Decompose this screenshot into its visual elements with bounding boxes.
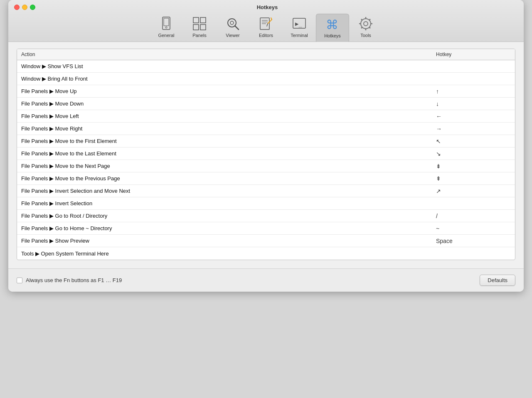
row-action: File Panels ▶ Move Down	[21, 101, 436, 107]
fn-checkbox[interactable]	[17, 278, 22, 283]
row-hotkey: ~	[436, 225, 498, 232]
table-row[interactable]: File Panels ▶ Move to the Previous Page …	[17, 172, 515, 185]
footer: Always use the Fn buttons as F1 … F19 De…	[8, 268, 524, 292]
titlebar: Hotkeys General	[8, 0, 524, 42]
row-action: File Panels ▶ Move to the Previous Page	[21, 175, 436, 182]
row-action: File Panels ▶ Move Up	[21, 88, 436, 94]
panels-icon	[192, 16, 207, 31]
row-hotkey: ↖	[436, 138, 498, 145]
toolbar-item-panels[interactable]: Panels	[183, 14, 216, 42]
row-action: Window ▶ Bring All to Front	[21, 76, 436, 82]
table-row[interactable]: File Panels ▶ Invert Selection	[17, 197, 515, 210]
row-hotkey: →	[436, 125, 498, 132]
toolbar-label-tools: Tools	[360, 33, 371, 38]
svg-rect-4	[200, 17, 206, 23]
row-action: File Panels ▶ Move Left	[21, 113, 436, 119]
row-action: File Panels ▶ Go to Home ~ Directory	[21, 225, 436, 231]
table-body: Window ▶ Show VFS List Window ▶ Bring Al…	[17, 60, 515, 260]
svg-point-21	[364, 22, 368, 26]
table-row[interactable]: File Panels ▶ Go to Root / Directory /	[17, 210, 515, 222]
svg-rect-1	[164, 18, 169, 26]
fn-checkbox-area: Always use the Fn buttons as F1 … F19	[17, 277, 122, 283]
table-row[interactable]: Window ▶ Show VFS List	[17, 60, 515, 73]
table-row[interactable]: File Panels ▶ Move Left ←	[17, 110, 515, 123]
toolbar: General Panels	[150, 14, 382, 42]
svg-line-26	[361, 19, 362, 20]
svg-line-29	[361, 27, 362, 29]
row-action: File Panels ▶ Invert Selection and Move …	[21, 188, 436, 194]
svg-rect-5	[193, 25, 199, 30]
content-area: Action Hotkey Window ▶ Show VFS List Win…	[8, 42, 524, 268]
row-action: Window ▶ Show VFS List	[21, 63, 436, 69]
row-action: File Panels ▶ Move to the Last Element	[21, 150, 436, 157]
tools-icon	[358, 16, 373, 31]
toolbar-label-general: General	[158, 33, 174, 38]
row-action: File Panels ▶ Move Right	[21, 125, 436, 132]
column-hotkey-header: Hotkey	[436, 52, 498, 57]
window-title: Hotkeys	[17, 4, 518, 10]
titlebar-top: Hotkeys	[14, 4, 518, 10]
svg-line-16	[267, 24, 268, 26]
table-row[interactable]: File Panels ▶ Move to the Last Element ↘	[17, 147, 515, 160]
general-icon	[159, 16, 174, 31]
toolbar-item-terminal[interactable]: ▶_ Terminal	[283, 14, 316, 42]
toolbar-item-viewer[interactable]: Viewer	[216, 14, 249, 42]
table-header: Action Hotkey	[17, 49, 515, 60]
table-row[interactable]: File Panels ▶ Move Up ↑	[17, 85, 515, 98]
svg-line-27	[369, 27, 371, 29]
table-row[interactable]: File Panels ▶ Move Down ↓	[17, 98, 515, 110]
svg-point-8	[230, 21, 234, 25]
row-action: File Panels ▶ Invert Selection	[21, 200, 436, 206]
toolbar-label-viewer: Viewer	[226, 33, 239, 38]
svg-text:▶_: ▶_	[295, 20, 302, 27]
row-hotkey: /	[436, 213, 498, 219]
svg-rect-3	[193, 17, 199, 23]
row-hotkey: ←	[436, 113, 498, 120]
viewer-icon	[225, 16, 240, 31]
table-row[interactable]: File Panels ▶ Show Preview Space	[17, 235, 515, 247]
table-row[interactable]: File Panels ▶ Go to Home ~ Directory ~	[17, 222, 515, 235]
row-hotkey: Space	[436, 238, 498, 244]
toolbar-label-terminal: Terminal	[291, 33, 308, 38]
row-action: File Panels ▶ Move to the First Element	[21, 138, 436, 144]
row-hotkey: ↓	[436, 101, 498, 107]
toolbar-label-hotkeys: Hotkeys	[324, 33, 341, 38]
row-action: Tools ▶ Open System Terminal Here	[21, 251, 436, 257]
toolbar-item-tools[interactable]: Tools	[349, 14, 382, 42]
svg-point-2	[165, 27, 167, 28]
svg-line-28	[369, 19, 371, 20]
hotkeys-icon: ⌘	[325, 17, 340, 32]
svg-line-14	[268, 20, 272, 24]
table-row[interactable]: File Panels ▶ Move Right →	[17, 123, 515, 135]
table-row[interactable]: File Panels ▶ Move to the Next Page ⇟	[17, 160, 515, 172]
row-hotkey: ↑	[436, 88, 498, 95]
terminal-icon: ▶_	[292, 16, 307, 31]
table-row[interactable]: File Panels ▶ Invert Selection and Move …	[17, 185, 515, 197]
svg-text:⌘: ⌘	[326, 18, 338, 32]
row-hotkey: ↗	[436, 188, 498, 194]
defaults-button[interactable]: Defaults	[480, 275, 515, 286]
table-row[interactable]: File Panels ▶ Move to the First Element …	[17, 135, 515, 147]
row-hotkey: ↘	[436, 150, 498, 157]
main-window: Hotkeys General	[8, 0, 524, 292]
hotkeys-table: Action Hotkey Window ▶ Show VFS List Win…	[17, 49, 515, 260]
toolbar-label-editors: Editors	[259, 33, 273, 38]
table-row[interactable]: Window ▶ Bring All to Front	[17, 73, 515, 85]
row-hotkey: ⇟	[436, 163, 498, 170]
row-action: File Panels ▶ Show Preview	[21, 238, 436, 244]
toolbar-label-panels: Panels	[192, 33, 207, 38]
toolbar-item-editors[interactable]: Editors	[249, 14, 283, 42]
column-action-header: Action	[21, 52, 436, 57]
svg-line-15	[271, 18, 272, 20]
fn-label: Always use the Fn buttons as F1 … F19	[26, 277, 122, 283]
column-extra-header	[498, 52, 511, 57]
toolbar-item-general[interactable]: General	[150, 14, 183, 42]
svg-point-20	[361, 19, 371, 29]
svg-line-9	[235, 26, 239, 29]
editors-icon	[259, 16, 273, 31]
row-action: File Panels ▶ Move to the Next Page	[21, 163, 436, 169]
toolbar-item-hotkeys[interactable]: ⌘ Hotkeys	[316, 14, 349, 42]
table-row[interactable]: Tools ▶ Open System Terminal Here	[17, 247, 515, 260]
row-action: File Panels ▶ Go to Root / Directory	[21, 213, 436, 219]
svg-rect-6	[200, 25, 206, 30]
